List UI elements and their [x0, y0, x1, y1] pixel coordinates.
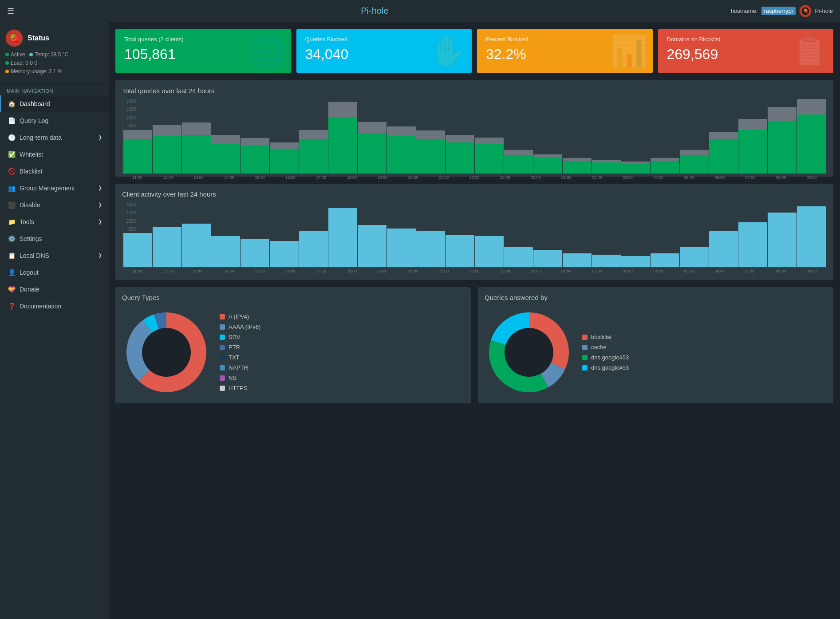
chevron-icon-long-term-data: ❯ — [98, 134, 102, 140]
bar-blocked — [651, 158, 679, 161]
sidebar-item-query-log[interactable]: 📄 Query Log — [0, 112, 109, 129]
chart2-area: 1400120010008006004002000 11:0012:0013:0… — [122, 202, 827, 273]
legend-item: A (IPv4) — [220, 313, 260, 320]
donut2-card: Queries answered by blocklist cache dns.… — [478, 287, 833, 403]
bar-blocked — [446, 135, 474, 142]
svg-text:🍓: 🍓 — [803, 8, 808, 13]
legend-color — [220, 335, 225, 340]
svg-point-5 — [142, 328, 191, 377]
bar-group — [533, 99, 562, 173]
legend-label: TXT — [229, 354, 240, 361]
legend-color — [582, 345, 588, 350]
nav-icon-settings: ⚙️ — [8, 235, 15, 242]
x-label: 14:00 — [214, 175, 244, 180]
donut2-content: blocklist cache dns.google#53 dns.google… — [485, 308, 827, 397]
bar-blocked — [123, 130, 152, 139]
bar-client — [328, 208, 357, 267]
bar-group — [270, 202, 299, 267]
sidebar-item-dashboard[interactable]: 🏠 Dashboard — [0, 95, 109, 112]
chart2-bars — [122, 202, 827, 268]
bar-client — [475, 236, 504, 267]
bar-allowed — [680, 155, 709, 173]
bar-allowed — [592, 162, 621, 173]
sidebar-item-tools[interactable]: 📁 Tools ❯ — [0, 213, 109, 230]
bar-group — [680, 202, 709, 267]
x-label: 04:00 — [643, 269, 674, 273]
bar-group — [475, 202, 504, 267]
sidebar-status: 🍓 Status Active Temp: 38.5 °C Load: 0 0 … — [0, 22, 109, 84]
chevron-icon-group-management: ❯ — [98, 185, 102, 191]
domains-blocklist-card: Domains on Blocklist 269,569 📋 — [658, 29, 834, 73]
nav-items: 🏠 Dashboard 📄 Query Log 🕐 Long-term data… — [0, 95, 109, 315]
legend-item: cache — [582, 344, 629, 351]
x-label: 18:00 — [337, 175, 367, 180]
nav-icon-local-dns: 📋 — [8, 252, 15, 259]
bar-group — [387, 202, 416, 267]
sidebar-item-group-management[interactable]: 👥 Group Management ❯ — [0, 180, 109, 197]
donut1-legend: A (IPv4) AAAA (IPv6) SRV PTR TXT NAPTR N… — [220, 313, 260, 391]
bar-group — [621, 99, 650, 173]
topbar-pihole-label: Pi-hole — [815, 8, 833, 14]
bar-client — [358, 225, 386, 267]
x-label: 17:00 — [306, 175, 336, 180]
bar-allowed — [446, 142, 474, 173]
nav-icon-blacklist: 🚫 — [8, 168, 15, 175]
legend-item: dns.google#53 — [582, 354, 629, 361]
sidebar-item-local-dns[interactable]: 📋 Local DNS ❯ — [0, 247, 109, 264]
sidebar-item-whitelist[interactable]: ✅ Whitelist — [0, 146, 109, 163]
topbar-hostname-label: hostname: — [731, 8, 758, 14]
hamburger-icon[interactable]: ☰ — [7, 6, 14, 16]
sidebar-item-settings[interactable]: ⚙️ Settings — [0, 230, 109, 247]
bar-allowed — [211, 144, 240, 173]
bar-allowed — [241, 146, 269, 173]
chart2-card: Client activity over last 24 hours 14001… — [115, 184, 833, 280]
bar-blocked — [709, 132, 738, 139]
bar-group — [299, 202, 328, 267]
bar-allowed — [709, 139, 738, 173]
x-label: 01:00 — [551, 175, 581, 180]
bar-blocked — [211, 135, 240, 144]
x-label: 23:00 — [490, 175, 520, 180]
bar-group — [446, 202, 474, 267]
x-label: 15:00 — [245, 269, 275, 273]
sidebar-item-blacklist[interactable]: 🚫 Blacklist — [0, 163, 109, 180]
bar-blocked — [387, 126, 416, 136]
bar-blocked — [475, 138, 504, 144]
bar-blocked — [182, 122, 211, 135]
bar-group — [504, 99, 533, 173]
svg-point-6 — [505, 328, 553, 377]
main-content: Total queries (2 clients) 105,861 🌐 Quer… — [109, 22, 840, 619]
load-dot — [5, 61, 9, 65]
nav-icon-query-log: 📄 — [8, 117, 15, 124]
x-label: 11:00 — [122, 269, 152, 273]
percent-blocked-card: Percent Blocked 32.2% 📊 — [477, 29, 653, 73]
x-label: 16:00 — [275, 175, 305, 180]
bar-group — [709, 99, 738, 173]
legend-color — [220, 375, 225, 381]
bar-group — [241, 99, 269, 173]
x-label: 09:00 — [797, 269, 827, 273]
chart1-title: Total queries over last 24 hours — [122, 87, 827, 95]
nav-label-disable: Disable — [20, 201, 40, 209]
bar-group — [563, 202, 592, 267]
bar-group — [153, 202, 181, 267]
bar-client — [651, 253, 679, 267]
bar-group — [123, 202, 152, 267]
sidebar-item-disable[interactable]: ⬛ Disable ❯ — [0, 197, 109, 213]
x-label: 11:00 — [122, 175, 152, 180]
stat-cards: Total queries (2 clients) 105,861 🌐 Quer… — [115, 29, 833, 73]
bar-group — [563, 99, 592, 173]
sidebar-item-logout[interactable]: 👤 Logout — [0, 264, 109, 281]
sidebar-item-long-term-data[interactable]: 🕐 Long-term data ❯ — [0, 129, 109, 146]
bar-client — [182, 224, 211, 267]
svg-text:🍓: 🍓 — [9, 33, 20, 43]
sidebar-item-documentation[interactable]: ❓ Documentation — [0, 298, 109, 315]
bar-group — [446, 99, 474, 173]
nav-label-logout: Logout — [20, 269, 39, 276]
legend-item: blocklist — [582, 334, 629, 340]
x-label: 12:00 — [153, 175, 183, 180]
bar-allowed — [621, 164, 650, 173]
bar-group — [504, 202, 533, 267]
bar-group — [709, 202, 738, 267]
sidebar-item-donate[interactable]: 💝 Donate — [0, 281, 109, 298]
